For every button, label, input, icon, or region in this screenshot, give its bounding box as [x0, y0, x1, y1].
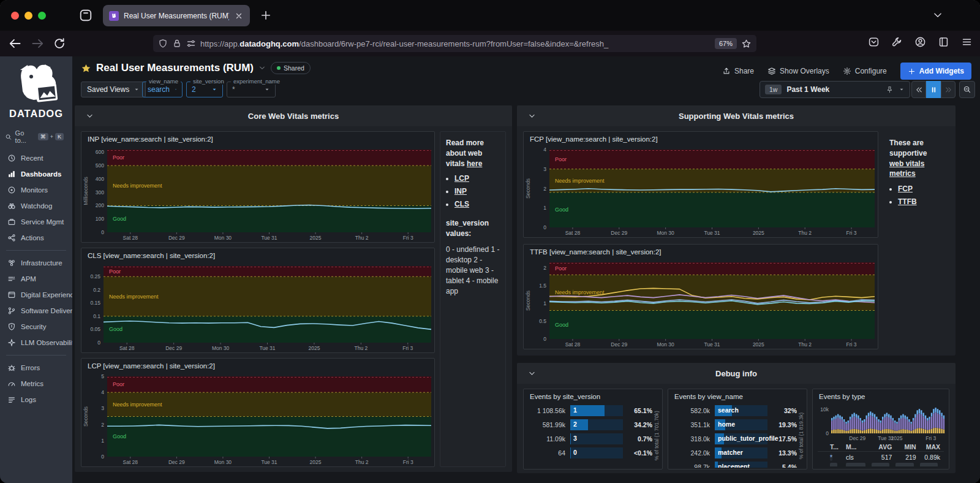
sidebar-item-monitors[interactable]: Monitors	[0, 182, 72, 198]
view-name-toplist[interactable]: 582.0ksearch32%351.1khome19.3%318.0kpubl…	[672, 404, 797, 468]
firefox-view-icon[interactable]	[78, 8, 93, 23]
toplist-row[interactable]: 640<0.1%	[527, 446, 652, 459]
back-button[interactable]	[9, 37, 22, 50]
note-cls-link[interactable]: CLS	[454, 199, 500, 210]
lock-icon[interactable]	[172, 39, 182, 48]
tab-close-icon[interactable]	[234, 11, 244, 21]
toplist-row[interactable]: 582.0ksearch32%	[672, 404, 797, 417]
new-tab-button[interactable]	[260, 9, 272, 21]
sidebar-item-digital-experience[interactable]: Digital Experience	[0, 287, 72, 303]
toplist-row[interactable]: 581.99k234.2%	[527, 418, 652, 431]
configure-button[interactable]: Configure	[843, 67, 887, 75]
sidebar-item-logs[interactable]: Logs	[0, 392, 72, 408]
toplist-value: 318.0k	[672, 435, 710, 443]
saved-views-dropdown[interactable]: Saved Views	[81, 82, 146, 97]
url-bar[interactable]: https://app.datadoghq.com/dashboard/6rw-…	[153, 35, 756, 52]
share-button[interactable]: Share	[722, 67, 754, 75]
title-chevron-icon[interactable]	[258, 64, 266, 72]
zoom-level-badge[interactable]: 67%	[715, 38, 737, 49]
binoculars-icon	[7, 202, 16, 210]
table-row[interactable]: *cls5172190.89k	[818, 452, 944, 463]
toplist-label: search	[718, 406, 739, 414]
tvar-view-name[interactable]: view_name search	[142, 82, 183, 97]
sidebar-item-watchdog[interactable]: Watchdog	[0, 198, 72, 214]
inp-chart-canvas[interactable]: GoodNeeds improvementPoor010020030040050…	[81, 146, 434, 242]
svg-text:0: 0	[543, 224, 546, 230]
tvar-site-version[interactable]: site_version 2	[186, 82, 223, 97]
toplist-row[interactable]: 98.7kplacement5.4%	[672, 460, 797, 468]
ttfb-chart-canvas[interactable]: GoodNeeds improvementPoor00.511.52Sat 28…	[524, 259, 878, 349]
collapse-chevron-icon[interactable]	[528, 370, 536, 378]
pin-icon[interactable]	[886, 86, 894, 94]
note-text: These are supportive	[889, 139, 927, 158]
note-ttfb-link[interactable]: TTFB	[898, 197, 943, 207]
menu-hamburger-icon[interactable]	[961, 36, 973, 48]
bookmark-star-icon[interactable]	[741, 39, 752, 49]
svg-text:Fri 3: Fri 3	[403, 235, 413, 241]
time-pause-button[interactable]	[926, 81, 941, 98]
time-backward-button[interactable]	[911, 81, 926, 98]
close-window-button[interactable]	[11, 12, 19, 20]
sidebar-item-apm[interactable]: APM	[0, 271, 72, 287]
sidebar-item-dashboards[interactable]: Dashboards	[0, 166, 72, 182]
time-forward-button[interactable]	[941, 81, 956, 98]
lcp-chart-canvas[interactable]: GoodNeeds improvementPoor012345Sat 28Dec…	[81, 373, 434, 466]
toplist-row[interactable]: 351.1khome19.3%	[672, 418, 797, 431]
favorite-star-icon[interactable]	[81, 63, 91, 74]
svg-text:5: 5	[101, 373, 104, 379]
sidebar-item-errors[interactable]: Errors	[0, 360, 72, 376]
toplist-row[interactable]: 11.09k30.7%	[527, 432, 652, 445]
sidebar-item-llm-observability[interactable]: LLM Observability	[0, 335, 72, 351]
maximize-window-button[interactable]	[38, 12, 46, 20]
toplist-row[interactable]: 1 108.56k165.1%	[527, 404, 652, 417]
sidebar-item-infrastructure[interactable]: Infrastructure	[0, 255, 72, 271]
collapse-chevron-icon[interactable]	[86, 112, 94, 120]
toplist-bar: 0	[570, 447, 623, 458]
web-vitals-metrics-link[interactable]: web vitals metrics	[889, 159, 924, 178]
goto-search[interactable]: Go to... ⌘+K	[5, 129, 67, 144]
shared-status-dot	[277, 66, 281, 70]
toplist-row[interactable]: 242.0kmatcher13.3%	[672, 446, 797, 459]
web-vitals-link[interactable]: here	[467, 159, 482, 168]
fcp-chart-canvas[interactable]: GoodNeeds improvementPoor01234Sat 28Dec …	[524, 146, 878, 237]
note-inp-link[interactable]: INP	[454, 186, 500, 197]
collapse-chevron-icon[interactable]	[528, 112, 536, 120]
reload-button[interactable]	[53, 37, 66, 50]
events-by-type-chart-canvas[interactable]: 010kDec 29Tue 312025Fri 3	[814, 404, 948, 442]
svg-text:0.25: 0.25	[90, 273, 100, 280]
time-zoom-out-button[interactable]	[959, 81, 975, 98]
account-icon[interactable]	[914, 36, 926, 48]
site-version-toplist[interactable]: 1 108.56k165.1%581.99k234.2%11.09k30.7%6…	[527, 404, 652, 468]
sidebar-item-label: APM	[21, 275, 36, 283]
add-widgets-button[interactable]: Add Widgets	[900, 63, 971, 80]
tvar-experiment-name[interactable]: experiment_name *	[227, 82, 276, 97]
sidebar-item-actions[interactable]: Actions	[0, 230, 72, 246]
datadog-wordmark: DATADOG	[0, 108, 72, 120]
events-by-type-table[interactable]: T...M...AVGMINMAX*cls5172190.89k	[818, 442, 944, 469]
svg-text:0.2: 0.2	[93, 287, 100, 293]
toplist-row[interactable]: 318.0kpublic_tutor_profile17.5%	[672, 432, 797, 445]
time-range-picker[interactable]: 1w Past 1 Week	[760, 81, 910, 98]
tools-wrench-icon[interactable]	[891, 36, 903, 48]
note-lcp-link[interactable]: LCP	[454, 173, 500, 184]
svg-text:Poor: Poor	[555, 156, 567, 162]
sidebar-item-metrics[interactable]: Metrics	[0, 376, 72, 392]
sidebar-item-software-delivery[interactable]: Software Delivery	[0, 303, 72, 319]
pocket-icon[interactable]	[868, 36, 880, 48]
minimize-window-button[interactable]	[24, 12, 32, 20]
permissions-icon[interactable]	[186, 39, 196, 48]
forward-button[interactable]	[31, 37, 44, 50]
tab-strip: Real User Measurements (RUM)	[0, 0, 980, 31]
sidebar-item-security[interactable]: Security	[0, 319, 72, 335]
sidebar-item-service-mgmt[interactable]: Service Mgmt	[0, 214, 72, 230]
note-fcp-link[interactable]: FCP	[898, 184, 943, 194]
show-overlays-button[interactable]: Show Overlays	[767, 67, 829, 75]
svg-text:Needs improvement: Needs improvement	[113, 183, 162, 189]
library-icon[interactable]	[938, 36, 949, 48]
cls-chart-canvas[interactable]: GoodNeeds improvementPoor00.050.10.150.2…	[81, 263, 434, 352]
list-all-tabs-icon[interactable]	[932, 10, 943, 21]
browser-tab[interactable]: Real User Measurements (RUM)	[103, 5, 250, 26]
svg-text:2025: 2025	[308, 345, 320, 351]
sidebar-item-recent[interactable]: Recent	[0, 150, 72, 166]
tracking-protection-icon[interactable]	[158, 39, 168, 48]
